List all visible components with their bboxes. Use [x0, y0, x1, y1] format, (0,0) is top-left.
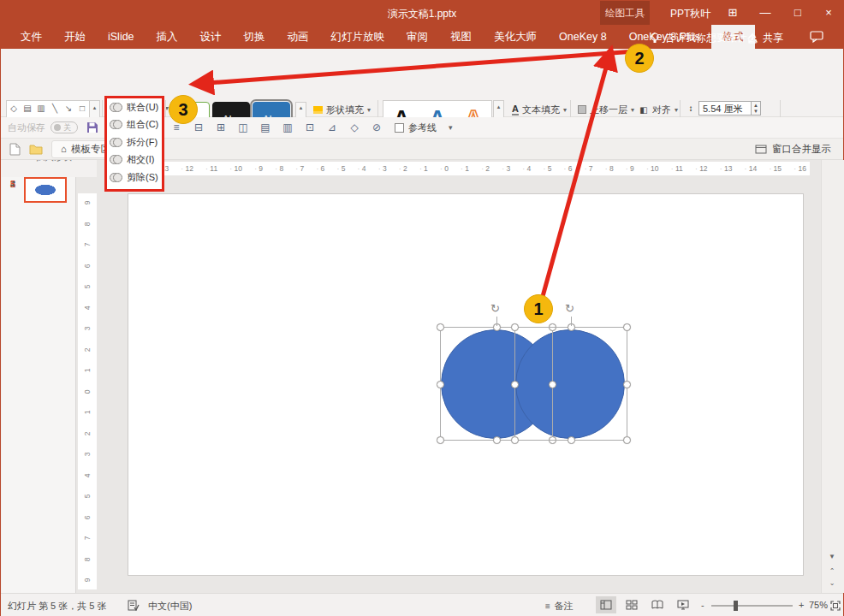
shape-gallery-item[interactable]: ↘ — [62, 101, 75, 116]
ruler-number: 2 — [83, 431, 92, 435]
shape-gallery-item[interactable]: ╲ — [48, 101, 62, 116]
merge-menu-item[interactable]: 联合(U) — [107, 98, 162, 116]
merge-menu-item[interactable]: 组合(C) — [107, 116, 162, 134]
next-slide-button[interactable]: ⌄ — [824, 579, 840, 593]
ruler-number: 2 — [83, 347, 92, 352]
reading-view-icon — [651, 600, 663, 610]
quick-toolbar-icon[interactable]: ▥ — [276, 121, 299, 133]
ribbon-button[interactable]: A 文本填充 ▾ — [509, 102, 569, 117]
toolbar-overflow-icon[interactable]: ▾ — [449, 123, 453, 132]
ruler-number: 12 — [695, 164, 708, 173]
language-indicator[interactable]: 中文(中国) — [148, 600, 192, 613]
notes-button[interactable]: ≡ 备注 — [545, 600, 574, 613]
slideshow-view-button[interactable] — [673, 596, 693, 613]
quick-toolbar-icon[interactable]: ◇ — [343, 121, 366, 133]
selection-handle[interactable] — [437, 381, 444, 388]
horizontal-ruler[interactable]: 1514131211109876543210123456789101112131… — [97, 160, 821, 177]
shape-gallery-item[interactable]: ▤ — [21, 101, 34, 116]
ribbon-tab[interactable]: 开始 — [53, 25, 97, 49]
quick-toolbar-icon[interactable]: ⊡ — [299, 121, 321, 133]
ribbon-button[interactable]: 形状填充 ▾ — [311, 102, 373, 117]
merge-menu-item[interactable]: 拆分(F) — [107, 133, 162, 151]
ribbon-tab[interactable]: 切换 — [233, 25, 276, 49]
ribbon-tab[interactable]: 插入 — [146, 25, 189, 49]
step-badge-3: 3 — [169, 95, 198, 124]
selection-handle[interactable] — [623, 436, 631, 444]
open-folder-icon[interactable] — [29, 144, 43, 155]
ribbon-tab[interactable]: 幻灯片放映 — [320, 25, 396, 49]
maximize-button[interactable]: □ — [783, 1, 812, 25]
quick-toolbar-icon[interactable]: ◫ — [232, 121, 254, 133]
reading-view-button[interactable] — [647, 596, 668, 613]
minimize-button[interactable]: — — [751, 1, 780, 25]
ribbon-tab[interactable]: 动画 — [276, 25, 320, 49]
ribbon-button[interactable]: 上移一层 ▾ — [575, 102, 637, 117]
tell-me-box[interactable]: 告诉我你想要做什么 — [650, 31, 758, 45]
notes-icon: ≡ — [545, 601, 550, 611]
merge-menu-item[interactable]: 剪除(S) — [107, 169, 162, 187]
slide-counter[interactable]: 幻灯片 第 5 张，共 5 张 — [8, 600, 107, 613]
powerpoint-window: 演示文稿1.pptx 绘图工具 PPT秋叶 ⊞ — □ × 文件 开始 iSli… — [0, 0, 844, 616]
window-merge-button[interactable]: 窗口合并显示 — [755, 143, 831, 156]
selection-handle[interactable] — [511, 381, 519, 388]
zoom-out-button[interactable]: - — [701, 600, 704, 610]
fit-to-window-icon[interactable] — [830, 601, 841, 611]
slide-thumbnail[interactable] — [24, 177, 67, 203]
zoom-slider-track[interactable] — [711, 605, 793, 607]
zoom-slider-thumb[interactable] — [734, 601, 738, 611]
quick-toolbar-icon[interactable]: ⊘ — [366, 121, 388, 133]
guides-checkbox[interactable]: 参考线 — [395, 121, 437, 134]
ruler-number: 5 — [83, 285, 92, 289]
shape-height-input[interactable]: 5.54 厘米 — [698, 101, 752, 116]
vertical-scrollbar[interactable] — [821, 160, 844, 593]
quick-toolbar-icon[interactable]: ⊞ — [210, 121, 232, 133]
chevron-down-icon: ▾ — [631, 106, 634, 114]
scroll-down-button[interactable]: ▼ — [824, 553, 840, 566]
ribbon-tab[interactable]: 审阅 — [395, 25, 439, 49]
selection-handle[interactable] — [623, 323, 631, 331]
selection-handle[interactable] — [511, 436, 519, 444]
shape-gallery-item[interactable]: ◇ — [7, 101, 21, 116]
selection-handle[interactable] — [511, 323, 519, 331]
close-button[interactable]: × — [814, 1, 843, 25]
ribbon-button[interactable]: ◧ 对齐 ▾ — [636, 102, 681, 117]
vertical-ruler[interactable]: 9876543210123456789 — [78, 193, 97, 589]
ruler-number: 1 — [461, 164, 469, 173]
ruler-number: 4 — [522, 164, 531, 173]
selection-handle[interactable] — [437, 436, 444, 444]
ribbon-tab[interactable]: 文件 — [9, 25, 53, 49]
account-name[interactable]: PPT秋叶 — [670, 7, 710, 21]
zoom-level[interactable]: 75% — [809, 600, 828, 610]
ribbon-tab[interactable]: 视图 — [439, 25, 483, 49]
share-button[interactable]: 共享 — [747, 31, 783, 45]
normal-view-button[interactable] — [596, 596, 616, 613]
ribbon-tab[interactable]: 设计 — [189, 25, 233, 49]
new-file-icon[interactable] — [9, 143, 21, 156]
spellcheck-icon[interactable] — [128, 600, 140, 611]
rotate-handle-icon[interactable]: ↻ — [490, 302, 500, 315]
shape-gallery-item[interactable]: ▥ — [34, 101, 48, 116]
quick-toolbar-icon[interactable]: ⊿ — [321, 121, 343, 133]
quick-toolbar-icon[interactable]: ▤ — [254, 121, 276, 133]
selection-handle[interactable] — [493, 436, 501, 444]
slide-sorter-view-button[interactable] — [621, 596, 642, 613]
selection-handle[interactable] — [623, 381, 631, 388]
save-icon[interactable] — [86, 121, 98, 133]
tell-me-label: 告诉我你想要做什么 — [665, 31, 758, 45]
slide-thumbnail-row[interactable]: 5 — [2, 177, 75, 203]
ribbon-tab[interactable]: iSlide — [97, 25, 146, 49]
selection-handle[interactable] — [568, 436, 575, 444]
selection-handle[interactable] — [437, 323, 444, 331]
height-stepper[interactable]: ▲▼ — [752, 101, 761, 116]
shape-gallery-item[interactable]: □ — [75, 101, 89, 116]
merge-menu-item[interactable]: 相交(I) — [107, 151, 162, 169]
ribbon-display-options-icon[interactable]: ⊞ — [718, 1, 747, 25]
comments-button[interactable] — [810, 31, 823, 45]
rotate-handle-icon[interactable]: ↻ — [565, 302, 574, 315]
autosave-toggle[interactable]: 关 — [51, 121, 78, 133]
zoom-in-button[interactable]: + — [799, 600, 804, 610]
ribbon-tab[interactable]: 美化大师 — [483, 25, 548, 49]
quick-toolbar-icon[interactable]: ⊟ — [187, 121, 210, 133]
slide-thumbnail-panel[interactable]: 1 2 3 4 5 — [2, 177, 76, 593]
ribbon-tab[interactable]: OneKey 8 — [548, 25, 618, 49]
